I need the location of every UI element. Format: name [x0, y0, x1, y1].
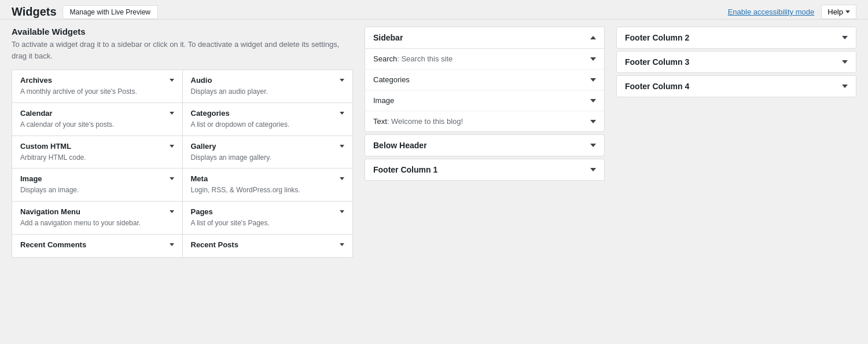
footer-column-3-chevron-icon	[842, 60, 848, 64]
widget-item-gallery[interactable]: Gallery Displays an image gallery.	[183, 136, 353, 169]
widget-item-calendar-header[interactable]: Calendar	[20, 109, 174, 118]
sidebar-widget-text-subtitle: : Welcome to this blog!	[387, 117, 463, 126]
main-content: Available Widgets To activate a widget d…	[0, 20, 868, 269]
footer-column-3-area-header[interactable]: Footer Column 3	[617, 52, 856, 72]
page-title: Widgets	[12, 5, 57, 19]
sidebar-widget-image[interactable]: Image	[365, 90, 604, 111]
below-header-area-header[interactable]: Below Header	[365, 135, 604, 156]
widget-recent-posts-chevron-icon	[340, 243, 344, 246]
widget-item-pages-header[interactable]: Pages	[191, 207, 345, 216]
widget-item-categories-header[interactable]: Categories	[191, 109, 345, 118]
widget-image-chevron-icon	[170, 177, 174, 180]
widget-archives-desc: A monthly archive of your site's Posts.	[20, 87, 174, 97]
widget-pages-desc: A list of your site's Pages.	[191, 218, 345, 228]
footer-column-2-area-title: Footer Column 2	[625, 33, 689, 42]
sidebar-widget-categories-chevron-icon	[590, 78, 596, 82]
widget-item-audio-title: Audio	[191, 76, 212, 85]
sidebar-widget-search-chevron-icon	[590, 57, 596, 61]
widget-item-recent-comments-header[interactable]: Recent Comments	[20, 240, 174, 249]
below-header-area: Below Header	[365, 134, 605, 156]
widget-item-recent-comments[interactable]: Recent Comments	[12, 235, 182, 257]
widget-item-meta-title: Meta	[191, 174, 208, 183]
widget-meta-desc: Login, RSS, & WordPress.org links.	[191, 185, 345, 195]
sidebar-area-header[interactable]: Sidebar	[365, 27, 604, 48]
sidebar-widget-text-name: Text: Welcome to this blog!	[373, 117, 463, 126]
widget-item-pages[interactable]: Pages A list of your site's Pages.	[183, 202, 353, 234]
widget-item-archives[interactable]: Archives A monthly archive of your site'…	[12, 70, 182, 103]
widget-item-custom-html-header[interactable]: Custom HTML	[20, 142, 174, 151]
widget-item-recent-posts-title: Recent Posts	[191, 240, 238, 249]
right-column: Footer Column 2 Footer Column 3 Footer C…	[616, 27, 856, 181]
sidebar-widget-categories-name: Categories	[373, 75, 410, 84]
widget-item-calendar[interactable]: Calendar A calendar of your site's posts…	[12, 103, 182, 136]
below-header-chevron-icon	[590, 144, 596, 147]
widget-calendar-desc: A calendar of your site's posts.	[20, 120, 174, 130]
widget-gallery-chevron-icon	[340, 145, 344, 148]
top-bar: Widgets Manage with Live Preview Enable …	[0, 0, 868, 20]
footer-column-4-area-header[interactable]: Footer Column 4	[617, 76, 856, 97]
widget-item-audio[interactable]: Audio Displays an audio player.	[183, 70, 353, 103]
widget-archives-chevron-icon	[170, 79, 174, 82]
widget-item-recent-comments-title: Recent Comments	[20, 240, 86, 249]
widget-item-navigation-menu[interactable]: Navigation Menu Add a navigation menu to…	[12, 202, 182, 234]
footer-column-1-area-title: Footer Column 1	[373, 165, 437, 174]
widget-item-meta-header[interactable]: Meta	[191, 174, 345, 183]
widget-item-archives-title: Archives	[20, 76, 52, 85]
widget-item-calendar-title: Calendar	[20, 109, 53, 118]
help-button[interactable]: Help	[821, 5, 856, 19]
widget-grid: Archives A monthly archive of your site'…	[12, 69, 353, 258]
widget-item-navigation-menu-header[interactable]: Navigation Menu	[20, 207, 174, 216]
footer-column-2-area-header[interactable]: Footer Column 2	[617, 27, 856, 48]
footer-column-2-area: Footer Column 2	[616, 27, 856, 49]
footer-column-3-area-title: Footer Column 3	[625, 57, 689, 67]
help-chevron-icon	[845, 10, 850, 13]
widget-custom-html-chevron-icon	[170, 145, 174, 148]
widget-audio-desc: Displays an audio player.	[191, 87, 345, 97]
sidebar-widget-categories[interactable]: Categories	[365, 69, 604, 90]
available-widgets-description: To activate a widget drag it to a sideba…	[12, 39, 353, 61]
sidebar-widget-image-chevron-icon	[590, 99, 596, 103]
widget-gallery-desc: Displays an image gallery.	[191, 153, 345, 163]
sidebar-widget-search[interactable]: Search: Search this site	[365, 49, 604, 69]
footer-column-1-area-header[interactable]: Footer Column 1	[365, 159, 604, 180]
widget-pages-chevron-icon	[340, 210, 344, 213]
widget-item-navigation-menu-title: Navigation Menu	[20, 207, 80, 216]
widget-item-audio-header[interactable]: Audio	[191, 76, 345, 85]
sidebars-container: Sidebar Search: Search this site Categor…	[365, 27, 856, 181]
widget-recent-comments-chevron-icon	[170, 243, 174, 246]
top-bar-right: Enable accessibility mode Help	[728, 5, 856, 19]
footer-column-4-area-title: Footer Column 4	[625, 82, 689, 91]
widget-custom-html-desc: Arbitrary HTML code.	[20, 153, 174, 163]
widget-item-recent-posts[interactable]: Recent Posts	[183, 235, 353, 257]
widget-item-image-header[interactable]: Image	[20, 174, 174, 183]
footer-column-1-area: Footer Column 1	[365, 159, 605, 181]
footer-column-3-area: Footer Column 3	[616, 51, 856, 73]
sidebar-widget-search-name: Search: Search this site	[373, 54, 453, 63]
sidebar-widget-text[interactable]: Text: Welcome to this blog!	[365, 111, 604, 131]
top-bar-left: Widgets Manage with Live Preview	[12, 5, 158, 19]
widget-item-gallery-header[interactable]: Gallery	[191, 142, 345, 151]
widget-item-image[interactable]: Image Displays an image.	[12, 169, 182, 201]
footer-column-4-area: Footer Column 4	[616, 75, 856, 97]
widget-item-custom-html[interactable]: Custom HTML Arbitrary HTML code.	[12, 136, 182, 169]
sidebar-area-content: Search: Search this site Categories Imag…	[365, 48, 604, 131]
widget-meta-chevron-icon	[340, 177, 344, 180]
widget-navigation-menu-chevron-icon	[170, 210, 174, 213]
widget-image-desc: Displays an image.	[20, 185, 174, 195]
footer-column-2-chevron-icon	[842, 36, 848, 39]
widget-item-archives-header[interactable]: Archives	[20, 76, 174, 85]
accessibility-mode-link[interactable]: Enable accessibility mode	[728, 8, 815, 16]
footer-column-4-chevron-icon	[842, 85, 848, 88]
widget-item-recent-posts-header[interactable]: Recent Posts	[191, 240, 345, 249]
widget-calendar-chevron-icon	[170, 112, 174, 115]
widget-categories-chevron-icon	[340, 112, 344, 115]
available-widgets-title: Available Widgets	[12, 27, 353, 36]
help-label: Help	[827, 8, 843, 16]
widget-categories-desc: A list or dropdown of categories.	[191, 120, 345, 130]
manage-live-preview-button[interactable]: Manage with Live Preview	[62, 5, 158, 19]
widget-navigation-menu-desc: Add a navigation menu to your sidebar.	[20, 218, 174, 228]
sidebar-area-chevron-up-icon	[590, 36, 596, 39]
sidebar-widget-search-subtitle: : Search this site	[397, 54, 453, 63]
widget-item-categories[interactable]: Categories A list or dropdown of categor…	[183, 103, 353, 136]
widget-item-meta[interactable]: Meta Login, RSS, & WordPress.org links.	[183, 169, 353, 201]
